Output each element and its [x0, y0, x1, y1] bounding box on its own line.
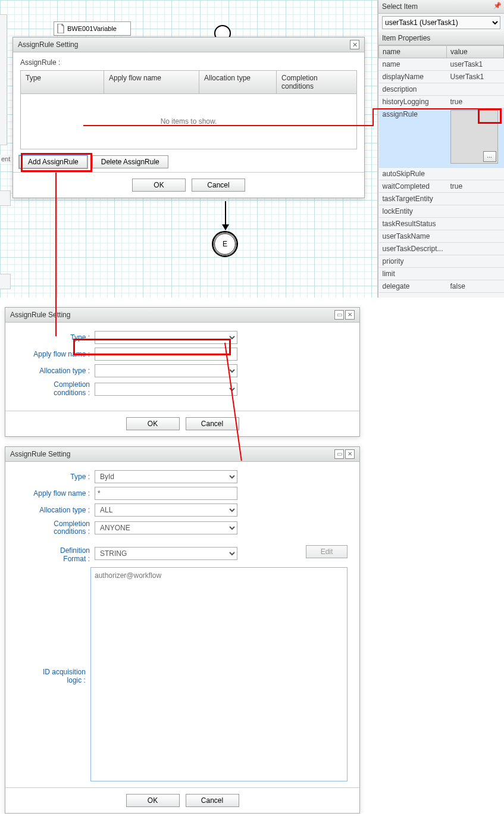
comp-label: Completionconditions :: [23, 520, 95, 537]
prop-header-name[interactable]: name: [379, 46, 447, 58]
comp-select[interactable]: ANYONE: [95, 521, 237, 534]
prop-row: userTaskDescript...: [379, 243, 504, 255]
ellipsis-button[interactable]: ...: [483, 151, 496, 162]
assignrule-value-box[interactable]: ...: [450, 110, 498, 164]
end-node-label: E: [223, 240, 227, 248]
cancel-button[interactable]: Cancel: [186, 417, 239, 430]
cancel-button[interactable]: Cancel: [192, 179, 245, 192]
prop-row: displayNameUserTask1: [379, 71, 504, 83]
dialog-title: AssignRule Setting: [18, 40, 78, 49]
alloc-select[interactable]: [95, 364, 237, 377]
item-select[interactable]: userTask1 (UserTask1): [382, 16, 500, 29]
logic-textarea[interactable]: [90, 567, 348, 781]
panel-ent-label: ent: [0, 155, 11, 163]
variable-node-label: BWE001Variable: [67, 25, 117, 32]
comp-select[interactable]: [95, 383, 237, 396]
select-item-title: Select Item: [382, 2, 418, 11]
prop-row: waitCompletedtrue: [379, 180, 504, 193]
prop-row: lockEntity: [379, 205, 504, 218]
add-assignrule-button[interactable]: Add AssignRule: [19, 155, 87, 168]
type-select[interactable]: [95, 331, 237, 344]
prop-row-assignrule: assignRule ...: [379, 108, 504, 168]
assignrule-grid: Type Apply flow name Allocation type Com…: [20, 70, 357, 149]
ok-button[interactable]: OK: [132, 179, 186, 192]
alloc-select[interactable]: ALL: [95, 503, 237, 517]
ok-button[interactable]: OK: [126, 794, 180, 807]
def-format-select[interactable]: STRING: [95, 547, 237, 560]
end-node[interactable]: E: [213, 232, 237, 256]
close-button[interactable]: ✕: [350, 40, 359, 49]
cancel-button[interactable]: Cancel: [186, 794, 239, 807]
dialog-title: AssignRule Setting: [10, 311, 70, 319]
edit-button[interactable]: Edit: [306, 545, 348, 558]
prop-row: historyLoggingtrue: [379, 96, 504, 108]
flow-input[interactable]: [95, 487, 237, 500]
assignrule-label: AssignRule :: [20, 58, 357, 67]
prop-row: delegatefalse: [379, 280, 504, 293]
prop-row: taskTargetEntity: [379, 193, 504, 205]
maximize-button[interactable]: ▭: [334, 449, 344, 459]
prop-row: priority: [379, 255, 504, 268]
grid-empty-text: No items to show.: [21, 94, 356, 149]
prop-row: nameuserTask1: [379, 58, 504, 71]
assignrule-form-dialog-filled: AssignRule Setting ▭ ✕ Type : ById Apply…: [5, 446, 360, 814]
col-comp[interactable]: Completion conditions: [277, 71, 356, 93]
close-button[interactable]: ✕: [345, 310, 355, 320]
comp-label: Completionconditions :: [23, 381, 95, 398]
type-select[interactable]: ById: [95, 470, 237, 483]
prop-row: taskResultStatus: [379, 218, 504, 230]
pin-icon[interactable]: 📌: [493, 2, 502, 10]
logic-label: ID acquisitionlogic :: [23, 567, 90, 685]
type-label: Type :: [23, 473, 95, 481]
col-flow[interactable]: Apply flow name: [104, 71, 199, 93]
arrow: [225, 201, 226, 230]
dialog-title: AssignRule Setting: [10, 450, 70, 458]
alloc-label: Allocation type :: [23, 367, 95, 375]
prop-row: limit: [379, 268, 504, 280]
maximize-button[interactable]: ▭: [334, 310, 344, 320]
type-label: Type :: [23, 333, 95, 342]
prop-row: description: [379, 83, 504, 96]
workflow-canvas[interactable]: ent BWE001Variable E AssignRule Setting …: [0, 0, 378, 298]
flow-label: Apply flow name :: [23, 350, 95, 358]
prop-row: userTaskName: [379, 230, 504, 243]
flow-input[interactable]: [95, 348, 237, 361]
assignrule-form-dialog-empty: AssignRule Setting ▭ ✕ Type : Apply flow…: [5, 307, 360, 437]
properties-panel: Select Item 📌 userTask1 (UserTask1) Item…: [378, 0, 504, 298]
prop-row: autoSkipRule: [379, 168, 504, 180]
def-format-label: DefinitionFormat :: [23, 547, 95, 564]
col-type[interactable]: Type: [21, 71, 104, 93]
col-alloc[interactable]: Allocation type: [199, 71, 277, 93]
ok-button[interactable]: OK: [126, 417, 180, 430]
variable-node[interactable]: BWE001Variable: [54, 21, 131, 36]
flow-label: Apply flow name :: [23, 489, 95, 498]
alloc-label: Allocation type :: [23, 506, 95, 514]
prop-header-value[interactable]: value: [447, 46, 504, 58]
close-button[interactable]: ✕: [345, 449, 355, 459]
item-properties-title: Item Properties: [378, 32, 504, 45]
delete-assignrule-button[interactable]: Delete AssignRule: [92, 155, 168, 168]
assignrule-list-dialog: AssignRule Setting ✕ AssignRule : Type A…: [12, 37, 365, 198]
